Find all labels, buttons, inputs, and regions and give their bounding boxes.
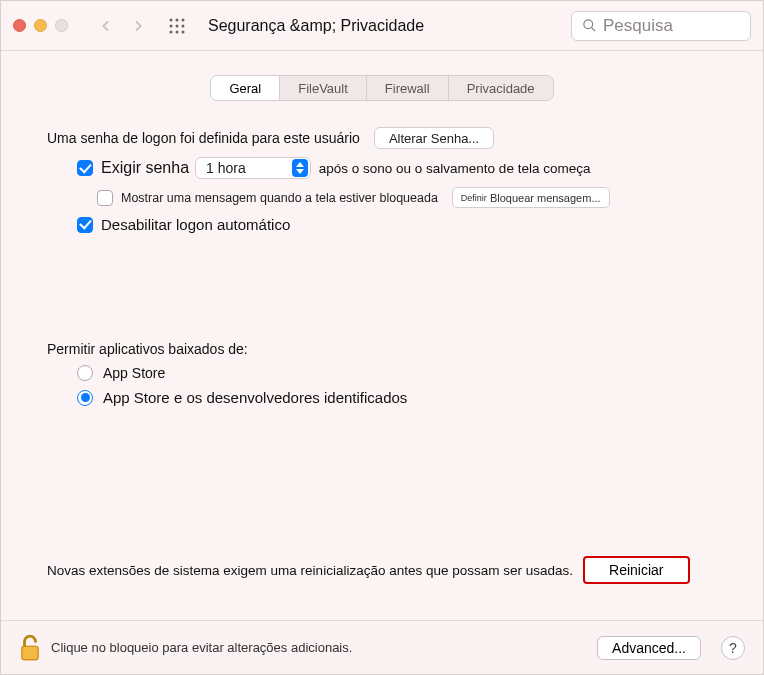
tab-general[interactable]: Geral <box>211 76 280 100</box>
svg-point-7 <box>176 30 179 33</box>
require-password-label: Exigir senha <box>101 159 189 177</box>
search-icon <box>582 18 597 33</box>
advanced-button[interactable]: Advanced... <box>597 636 701 660</box>
require-password-delay-select[interactable]: 1 hora <box>195 157 311 179</box>
tab-filevault[interactable]: FileVault <box>280 76 367 100</box>
svg-rect-14 <box>23 647 38 659</box>
disable-auto-login-checkbox[interactable] <box>77 217 93 233</box>
back-button[interactable] <box>92 12 120 40</box>
tab-firewall[interactable]: Firewall <box>367 76 449 100</box>
security-privacy-window: Segurança &amp; Privacidade Pesquisa Ger… <box>0 0 764 675</box>
help-button[interactable]: ? <box>721 636 745 660</box>
svg-point-8 <box>182 30 185 33</box>
tab-bar: Geral FileVault Firewall Privacidade <box>210 75 553 101</box>
svg-point-0 <box>170 18 173 21</box>
close-icon[interactable] <box>13 19 26 32</box>
tab-privacy[interactable]: Privacidade <box>449 76 553 100</box>
svg-marker-11 <box>296 162 304 167</box>
appstore-only-label: App Store <box>103 365 165 381</box>
svg-point-1 <box>176 18 179 21</box>
svg-point-6 <box>170 30 173 33</box>
appstore-only-radio[interactable] <box>77 365 93 381</box>
svg-marker-12 <box>296 169 304 174</box>
svg-point-2 <box>182 18 185 21</box>
require-password-checkbox[interactable] <box>77 160 93 176</box>
content-area: Geral FileVault Firewall Privacidade Uma… <box>1 51 763 620</box>
appstore-identified-radio[interactable] <box>77 390 93 406</box>
nav-buttons <box>92 12 152 40</box>
lock-hint-label: Clique no bloqueio para evitar alteraçõe… <box>51 640 352 655</box>
change-password-button[interactable]: Alterar Senha... <box>374 127 494 149</box>
forward-button[interactable] <box>124 12 152 40</box>
titlebar: Segurança &amp; Privacidade Pesquisa <box>1 1 763 51</box>
lock-icon[interactable] <box>19 634 41 662</box>
allow-apps-header: Permitir aplicativos baixados de: <box>47 341 248 357</box>
require-password-suffix: após o sono ou o salvamento de tela come… <box>319 161 591 176</box>
show-lock-message-checkbox[interactable] <box>97 190 113 206</box>
chevron-up-down-icon <box>292 159 308 177</box>
appstore-identified-label: App Store e os desenvolvedores identific… <box>103 389 407 406</box>
footer: Clique no bloqueio para evitar alteraçõe… <box>1 620 763 674</box>
restart-button[interactable]: Reiniciar <box>583 556 689 584</box>
show-all-icon[interactable] <box>168 17 186 35</box>
svg-point-5 <box>182 24 185 27</box>
zoom-icon[interactable] <box>55 19 68 32</box>
window-controls <box>13 19 68 32</box>
svg-point-9 <box>584 20 593 29</box>
window-title: Segurança &amp; Privacidade <box>208 17 424 35</box>
search-input[interactable]: Pesquisa <box>571 11 751 41</box>
login-password-set-label: Uma senha de logon foi definida para est… <box>47 130 360 146</box>
minimize-icon[interactable] <box>34 19 47 32</box>
show-lock-message-label: Mostrar uma mensagem quando a tela estiv… <box>121 191 438 205</box>
search-placeholder: Pesquisa <box>603 16 673 36</box>
extensions-restart-message: Novas extensões de sistema exigem uma re… <box>47 563 573 578</box>
set-lock-message-button[interactable]: Definir Bloquear mensagem... <box>452 187 610 208</box>
svg-point-3 <box>170 24 173 27</box>
disable-auto-login-label: Desabilitar logon automático <box>101 216 290 233</box>
require-password-delay-value: 1 hora <box>206 160 246 176</box>
svg-point-4 <box>176 24 179 27</box>
svg-line-10 <box>592 28 595 31</box>
